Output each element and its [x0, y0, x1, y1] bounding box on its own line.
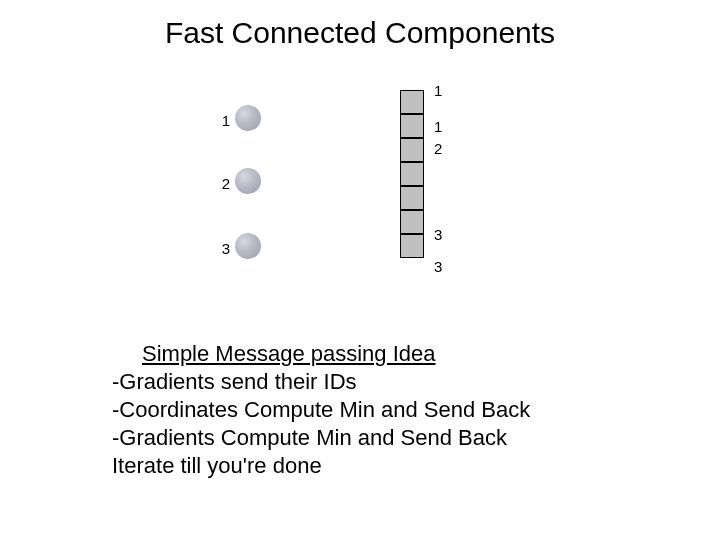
notes-line-2: -Coordinates Compute Min and Send Back — [112, 396, 530, 424]
cell-5 — [400, 186, 424, 210]
notes-line-3: -Gradients Compute Min and Send Back — [112, 424, 530, 452]
cell-1 — [400, 90, 424, 114]
dot-2 — [235, 168, 261, 194]
cell-label-sixth: 3 — [434, 226, 454, 243]
dot-3 — [235, 233, 261, 259]
dot-label-3: 3 — [210, 240, 230, 257]
cell-label-second: 1 — [434, 118, 454, 135]
dot-label-1: 1 — [210, 112, 230, 129]
cell-label-below: 3 — [434, 258, 454, 275]
dot-label-2: 2 — [210, 175, 230, 192]
notes-block: Simple Message passing Idea -Gradients s… — [112, 340, 530, 480]
cell-3 — [400, 138, 424, 162]
cell-2 — [400, 114, 424, 138]
cell-6 — [400, 210, 424, 234]
slide-title: Fast Connected Components — [0, 16, 720, 50]
cell-4 — [400, 162, 424, 186]
notes-line-1: -Gradients send their IDs — [112, 368, 530, 396]
dot-1 — [235, 105, 261, 131]
cell-label-third: 2 — [434, 140, 454, 157]
cell-7 — [400, 234, 424, 258]
cell-label-top: 1 — [434, 82, 454, 99]
notes-line-4: Iterate till you're done — [112, 452, 530, 480]
notes-heading: Simple Message passing Idea — [142, 340, 436, 368]
